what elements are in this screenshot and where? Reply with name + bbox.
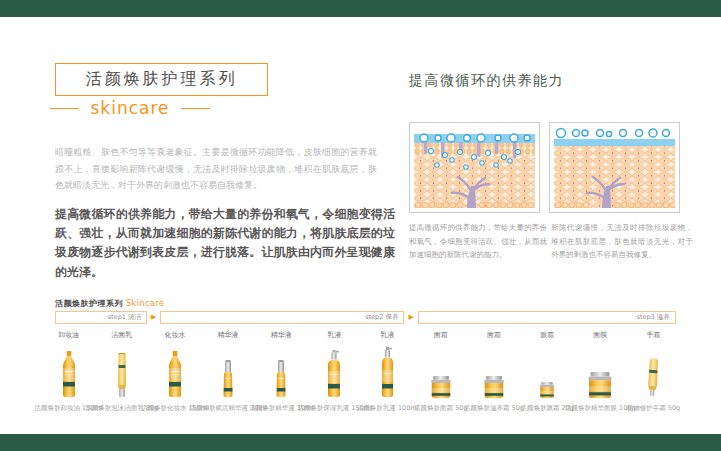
product-image <box>483 342 505 398</box>
step-box-3: step3 滋养 <box>418 311 676 324</box>
products-section-title-cn: 活颜焕肤护理系列 <box>55 299 123 308</box>
product-item-4: 精华液 活颜焕肤赋活精华液 30ml <box>202 330 255 413</box>
product-caption: 活颜焕肤乳液 100ml <box>357 404 419 413</box>
step-label: step3 滋养 <box>637 313 675 322</box>
figure-caption-improved: 提高微循环的供养能力，带给大量的养份和氧气，令细胞变得活跃、强壮，从而就加速细胞… <box>409 221 547 262</box>
products-row: 卸妆油 活颜焕肤卸妆油 150ml洁面乳 活颜焕肤泡沫洁面乳 80g化妆水 活颜… <box>42 330 680 413</box>
skin-illustration-improved <box>414 127 535 208</box>
skin-diagram-improved <box>409 122 540 213</box>
product-name: 乳液 <box>381 330 395 342</box>
product-item-9: 面霜 活颜焕肤滋养霜 50g <box>467 330 520 413</box>
product-caption: 活颜焕肤滋养霜 50g <box>464 404 524 413</box>
step-label: step1 清洁 <box>108 313 146 322</box>
product-item-12: 手霜 植物修护手霜 50g <box>627 330 680 413</box>
product-image <box>587 342 613 398</box>
right-panel-heading: 提高微循环的供养能力 <box>409 72 564 90</box>
product-image <box>381 342 394 398</box>
step-arrow-icon: ▶ <box>408 312 413 323</box>
product-image <box>62 342 76 398</box>
series-title: 活颜焕肤护理系列 <box>86 69 238 90</box>
product-name: 面霜 <box>487 330 501 342</box>
product-item-10: 眼霜 活颜焕肤眼霜 20g <box>521 330 574 413</box>
product-name: 眼霜 <box>540 330 554 342</box>
brochure-page: 活颜焕肤护理系列 skincare 暗哑粗糙、肤色不匀等等衰老象征。主要是微循环… <box>0 0 721 451</box>
product-name: 手霜 <box>646 330 660 342</box>
product-item-11: 面膜 活颜焕肤精华面膜 100g <box>574 330 627 413</box>
product-image <box>168 342 182 398</box>
steps-row: step1 清洁▶step2 保养▶step3 滋养 <box>55 311 676 324</box>
product-item-2: 洁面乳 活颜焕肤泡沫洁面乳 80g <box>95 330 148 413</box>
figure-caption-sluggish: 新陈代谢缓慢，无法及时排除垃圾废物，堆积在肌肤底层，肤色就暗淡无光，对于外界的刺… <box>551 221 693 262</box>
product-name: 卸妆油 <box>58 330 79 342</box>
product-image <box>430 342 452 398</box>
product-caption: 活颜焕肤面霜 50g <box>414 404 467 413</box>
benefit-paragraph: 提高微循环的供养能力，带给大量的养份和氧气，令细胞变得活跃、强壮，从而就加速细胞… <box>55 205 395 282</box>
product-item-7: 乳液 活颜焕肤乳液 100ml <box>361 330 414 413</box>
series-title-box: 活颜焕肤护理系列 <box>55 63 268 96</box>
bottom-green-bar <box>0 434 721 451</box>
products-section-title: 活颜焕肤护理系列Skincare <box>55 298 164 309</box>
product-name: 面霜 <box>434 330 448 342</box>
product-item-3: 化妆水 活颜焕肤化妆水 150ml <box>148 330 201 413</box>
product-item-6: 乳液 活颜焕肤保湿乳液 150ml <box>308 330 361 413</box>
skin-illustration-sluggish <box>554 127 675 208</box>
product-name: 精华液 <box>271 330 292 342</box>
top-green-bar <box>0 0 721 17</box>
product-image <box>222 342 234 398</box>
skin-diagram-sluggish <box>549 122 680 213</box>
series-subtitle-row: skincare <box>50 98 210 118</box>
products-section-title-en: Skincare <box>126 299 164 308</box>
product-image <box>647 342 659 398</box>
intro-paragraph: 暗哑粗糙、肤色不匀等等衰老象征。主要是微循环功能降低，皮肤细胞的营养就跟不上，直… <box>55 144 377 194</box>
product-item-5: 精华液 活颜焕肤精华液 30ml <box>255 330 308 413</box>
step-box-1: step1 清洁 <box>55 311 147 324</box>
step-label: step2 保养 <box>365 313 403 322</box>
product-caption: 活颜焕肤精华面膜 100g <box>565 404 636 413</box>
product-image <box>327 342 341 398</box>
product-caption: 植物修护手霜 50g <box>627 404 680 413</box>
step-arrow-icon: ▶ <box>151 312 156 323</box>
product-name: 乳液 <box>327 330 341 342</box>
product-image <box>117 342 127 398</box>
product-image <box>539 342 555 398</box>
product-image <box>275 342 287 398</box>
series-subtitle: skincare <box>90 98 169 118</box>
product-name: 面膜 <box>593 330 607 342</box>
dash-left <box>50 108 79 109</box>
product-item-1: 卸妆油 活颜焕肤卸妆油 150ml <box>42 330 95 413</box>
product-name: 化妆水 <box>164 330 185 342</box>
product-item-8: 面霜 活颜焕肤面霜 50g <box>414 330 467 413</box>
dash-right <box>181 108 210 109</box>
product-name: 精华液 <box>218 330 239 342</box>
step-box-2: step2 保养 <box>160 311 404 324</box>
product-name: 洁面乳 <box>111 330 132 342</box>
